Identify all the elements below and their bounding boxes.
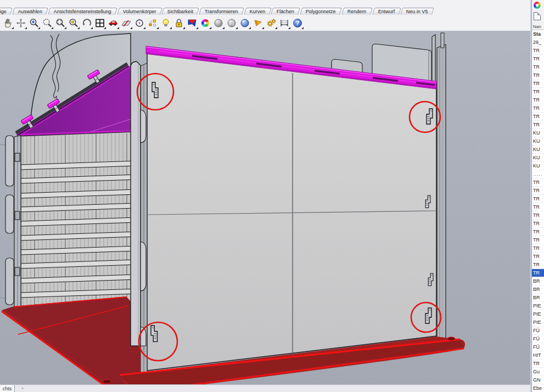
layer-row[interactable]: KU bbox=[532, 145, 544, 154]
tab-ansichtsfenstereinstellung[interactable]: Ansichtsfenstereinstellung bbox=[48, 8, 117, 15]
visibility-lamp-icon[interactable] bbox=[159, 16, 172, 30]
tab-neu-in-v5[interactable]: Neu in V5 bbox=[400, 8, 434, 15]
main-toolbar: ? bbox=[0, 15, 304, 31]
tab-auswählen[interactable]: Auswählen bbox=[12, 8, 48, 15]
front-wall bbox=[147, 48, 436, 371]
layer-row[interactable]: TR bbox=[532, 63, 544, 71]
raytrace-cone-icon[interactable] bbox=[251, 16, 265, 30]
ghosted-view-sphere-icon[interactable] bbox=[225, 16, 238, 30]
zoom-in-icon[interactable] bbox=[27, 16, 41, 30]
layer-row[interactable]: TR bbox=[532, 236, 544, 244]
tab-volumenkörper[interactable]: Volumenkörper bbox=[117, 8, 162, 15]
layer-row[interactable]: TR bbox=[532, 187, 544, 195]
layer-row[interactable]: BR bbox=[532, 294, 544, 302]
layer-row[interactable]: HIT bbox=[532, 351, 544, 360]
layer-row[interactable]: 29_ bbox=[532, 38, 544, 47]
right-wall-edge bbox=[437, 33, 446, 351]
layer-row[interactable]: KU bbox=[532, 162, 544, 170]
layer-row[interactable]: TR bbox=[532, 104, 544, 113]
layer-row[interactable]: TR bbox=[532, 195, 544, 203]
layer-row[interactable]: PIE bbox=[532, 318, 544, 327]
rhino-banner-icon[interactable] bbox=[186, 16, 199, 30]
layer-row[interactable]: GN bbox=[532, 376, 544, 384]
layer-row[interactable]: Ebe bbox=[532, 384, 544, 392]
viewport-tab[interactable]: chts bbox=[0, 385, 15, 392]
layer-row[interactable]: TR bbox=[532, 47, 544, 55]
svg-text:?: ? bbox=[296, 20, 300, 26]
layer-row[interactable]: FÜ bbox=[532, 335, 544, 343]
layer-row[interactable]: TR bbox=[532, 55, 544, 63]
zoom-window-icon[interactable] bbox=[54, 16, 67, 30]
tab-sichtbarkeit[interactable]: Sichtbarkeit bbox=[161, 8, 199, 15]
top-chrome: eigeAuswählenAnsichtsfenstereinstellungV… bbox=[0, 0, 544, 31]
layer-row[interactable]: BR bbox=[532, 277, 544, 285]
undo-view-icon[interactable] bbox=[80, 16, 93, 30]
lock-icon[interactable] bbox=[172, 16, 186, 30]
point-objects-icon[interactable] bbox=[146, 16, 159, 30]
layer-row[interactable]: TR bbox=[532, 261, 544, 269]
layer-row[interactable]: TR bbox=[532, 269, 544, 277]
tab-flächen[interactable]: Flächen bbox=[271, 8, 301, 15]
zoom-selected-icon[interactable] bbox=[67, 16, 80, 30]
layers-list: Sta29_TRTRTRTRTRTRTRTRTRTRKUKUKUKUKU....… bbox=[532, 30, 544, 392]
layer-row[interactable]: TR bbox=[532, 220, 544, 228]
layer-row[interactable]: Gu bbox=[532, 368, 544, 376]
layer-row[interactable]: TR bbox=[532, 71, 544, 80]
layer-row[interactable]: ..... bbox=[532, 170, 544, 178]
shaded-view-sphere-icon[interactable] bbox=[212, 16, 225, 30]
help-icon[interactable]: ? bbox=[291, 16, 304, 30]
layer-row[interactable]: TR bbox=[532, 203, 544, 211]
dimension-icon[interactable] bbox=[278, 16, 291, 30]
layer-row[interactable]: TR bbox=[532, 244, 544, 253]
new-document-icon[interactable] bbox=[534, 12, 541, 20]
color-wheel-icon[interactable] bbox=[199, 16, 212, 30]
layer-row[interactable]: KU bbox=[532, 129, 544, 137]
layer-row[interactable]: TR bbox=[532, 88, 544, 96]
rendered-view-sphere-icon[interactable] bbox=[238, 16, 251, 30]
layer-row[interactable]: TR bbox=[532, 121, 544, 129]
left-edge-tabs bbox=[5, 136, 21, 310]
layer-row[interactable]: KU bbox=[532, 154, 544, 162]
zoom-dynamic-icon[interactable] bbox=[41, 16, 54, 30]
layer-row[interactable]: TR bbox=[532, 80, 544, 88]
layer-row[interactable]: FÜ bbox=[532, 327, 544, 335]
3d-viewport[interactable] bbox=[0, 31, 530, 384]
circle-center-icon[interactable] bbox=[133, 16, 146, 30]
toolbar-tabs: eigeAuswählenAnsichtsfenstereinstellungV… bbox=[0, 8, 435, 15]
tab-kurven[interactable]: Kurven bbox=[244, 8, 271, 15]
status-bar: chts + bbox=[0, 384, 530, 392]
layer-row[interactable]: PIE bbox=[532, 310, 544, 318]
layer-row[interactable]: FÜ bbox=[532, 343, 544, 351]
tab-polygonnetze[interactable]: Polygonnetze bbox=[300, 8, 342, 15]
tab-rendern[interactable]: Rendern bbox=[341, 8, 372, 15]
layer-row[interactable]: TR bbox=[532, 228, 544, 236]
named-views-car-icon[interactable] bbox=[106, 16, 120, 30]
viewport-layout-icon[interactable] bbox=[93, 16, 106, 30]
layer-row[interactable]: Sta bbox=[532, 30, 544, 38]
layer-row[interactable]: TR bbox=[532, 360, 544, 368]
layer-row[interactable]: BR bbox=[532, 285, 544, 294]
color-wheel-icon[interactable] bbox=[534, 2, 541, 9]
pan-hand-icon[interactable] bbox=[1, 16, 14, 30]
layers-column-header: Nan bbox=[532, 24, 544, 30]
layer-row[interactable]: KU bbox=[532, 137, 544, 145]
layer-row[interactable]: TR bbox=[532, 211, 544, 220]
tab-entwurf[interactable]: Entwurf bbox=[372, 8, 401, 15]
layer-row[interactable]: TR bbox=[532, 253, 544, 261]
layers-panel[interactable]: Nan Sta29_TRTRTRTRTRTRTRTRTRTRKUKUKUKUKU… bbox=[531, 0, 544, 392]
layer-row[interactable]: TR bbox=[532, 113, 544, 121]
layer-row[interactable]: TR bbox=[532, 178, 544, 187]
set-cplane-icon[interactable] bbox=[120, 16, 133, 30]
layer-row[interactable]: PIE bbox=[532, 302, 544, 310]
slat-stack bbox=[21, 131, 136, 309]
options-gears-icon[interactable] bbox=[265, 16, 278, 30]
dock-icon: + bbox=[21, 386, 24, 391]
layer-row[interactable]: TR bbox=[532, 96, 544, 104]
tab-transformieren[interactable]: Transformieren bbox=[199, 8, 244, 15]
tab-eige[interactable]: eige bbox=[0, 8, 13, 15]
orbit-icon[interactable] bbox=[14, 16, 27, 30]
